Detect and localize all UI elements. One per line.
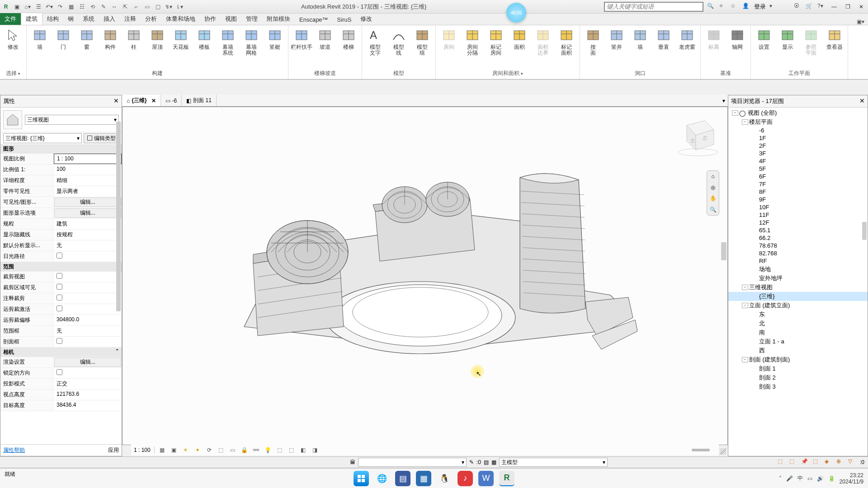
prop-edit-button[interactable]: 编辑... — [54, 357, 121, 367]
tray-clock[interactable]: 23:22 2024/11/9 — [840, 472, 863, 485]
nav-zoom-icon[interactable]: 🔍 — [710, 206, 717, 213]
prop-value[interactable]: 精细 — [54, 175, 122, 186]
ribbon-btn-curtain[interactable]: 幕墙系统 — [217, 26, 239, 69]
ribbon-tab-0[interactable]: 文件 — [0, 13, 21, 25]
qat-grid-icon[interactable]: ▦ — [67, 3, 75, 11]
select-link-icon[interactable]: ⬚ — [778, 458, 786, 466]
properties-close-icon[interactable]: ✕ — [113, 97, 119, 105]
help-icon[interactable]: ?▾ — [817, 3, 826, 11]
prop-value[interactable]: 无 — [54, 240, 122, 251]
ribbon-btn-ramp[interactable]: 坡道 — [314, 26, 336, 69]
prop-checkbox[interactable] — [57, 253, 62, 258]
view-tab-close-icon[interactable]: ✕ — [151, 98, 156, 104]
tree-row[interactable]: −◯视图 (全部) — [728, 108, 868, 117]
task-app2-icon[interactable]: ▦ — [416, 471, 431, 486]
nav-home-icon[interactable]: ⌂ — [711, 173, 714, 179]
app-icon[interactable]: R — [2, 3, 10, 11]
detail-level-icon[interactable]: ▦ — [158, 446, 166, 454]
ribbon-btn-grid[interactable]: 幕墙网格 — [240, 26, 263, 69]
tree-row[interactable]: 东 — [728, 310, 868, 319]
tree-row[interactable]: −三维视图 — [728, 283, 868, 292]
scale-label[interactable]: 1 : 100 — [134, 447, 151, 453]
comm-icon[interactable]: ✧ — [719, 3, 727, 11]
prop-section-header[interactable]: 相机⌃ — [0, 347, 122, 357]
sun-path-icon[interactable]: ☀ — [182, 446, 190, 454]
analytical-icon[interactable]: ⬚ — [288, 446, 296, 454]
qat-win-icon[interactable]: ▭ — [143, 3, 151, 11]
tree-row[interactable]: 立面 1 - a — [728, 337, 868, 346]
prop-value[interactable]: 121763.6 — [54, 389, 122, 400]
workset-icon[interactable]: 🏛 — [350, 459, 355, 465]
nav-bar[interactable]: ⌂ ◎ ✋ 🔍 — [707, 170, 719, 216]
tree-row[interactable]: 78.678 — [728, 242, 868, 249]
tree-row[interactable]: 8F — [728, 188, 868, 196]
prop-checkbox[interactable] — [57, 273, 62, 279]
opt-icon-2[interactable]: ▦ — [491, 459, 496, 465]
tree-row[interactable]: 11F — [728, 211, 868, 219]
ribbon-tab-1[interactable]: 建筑 — [21, 13, 42, 25]
ribbon-btn-area[interactable]: 面积 — [508, 26, 531, 69]
prop-section-header[interactable]: 图形⌃ — [0, 144, 122, 154]
ribbon-tab-10[interactable]: 视图 — [221, 13, 241, 25]
highlight-icon[interactable]: ◧ — [299, 446, 307, 454]
prop-value[interactable]: 1 : 100 — [54, 154, 122, 164]
ribbon-btn-roomtag[interactable]: 标记房间 — [485, 26, 507, 69]
task-qq-icon[interactable]: 🐧 — [437, 471, 452, 486]
tray-ime-label[interactable]: 中 — [797, 474, 803, 482]
properties-help-link[interactable]: 属性帮助 — [3, 446, 25, 454]
prop-value[interactable]: 按规程 — [54, 230, 122, 240]
ribbon-expand-icon[interactable]: ▣▾ — [857, 19, 864, 25]
ribbon-tab-5[interactable]: 插入 — [99, 13, 120, 25]
ribbon-btn-column[interactable]: 柱 — [123, 26, 145, 69]
prop-value[interactable] — [54, 282, 122, 293]
ribbon-btn-mullion[interactable]: 竖梃 — [264, 26, 286, 69]
ribbon-btn-line[interactable]: 模型线 — [387, 26, 410, 69]
tree-row[interactable]: 剖面 2 — [728, 373, 868, 382]
ribbon-btn-ceiling[interactable]: 天花板 — [170, 26, 192, 69]
tree-row[interactable]: 10F — [728, 203, 868, 211]
lock-icon[interactable]: 🔒 — [241, 446, 249, 454]
crop-icon[interactable]: ⬚ — [217, 446, 225, 454]
tray-battery-icon[interactable]: 🔋 — [828, 475, 835, 482]
ribbon-tab-2[interactable]: 结构 — [42, 13, 63, 25]
ribbon-btn-shaft[interactable]: 竖井 — [605, 26, 628, 69]
ribbon-btn-roomsep[interactable]: 房间分隔 — [461, 26, 484, 69]
task-app1-icon[interactable]: ▤ — [395, 471, 410, 486]
select-face-icon[interactable]: ◈ — [825, 458, 833, 466]
ribbon-btn-dormer[interactable]: 老虎窗 — [676, 26, 698, 69]
tree-row[interactable]: 5F — [728, 165, 868, 173]
ribbon-btn-byface[interactable]: 按面 — [582, 26, 604, 69]
ribbon-btn-component[interactable]: 构件 — [99, 26, 122, 69]
view-tabs-expand-icon[interactable]: ▾ — [722, 98, 725, 104]
close-button[interactable]: ✕ — [856, 3, 866, 11]
ribbon-tab-12[interactable]: 附加模块 — [262, 13, 295, 25]
viewport-scrollbar[interactable] — [721, 242, 726, 260]
opt-icon-1[interactable]: ▤ — [484, 459, 489, 465]
qat-list-icon[interactable]: ☰ — [34, 3, 42, 11]
tree-row[interactable]: 12F — [728, 219, 868, 226]
tree-row[interactable]: 66.2 — [728, 234, 868, 242]
prop-checkbox[interactable] — [57, 284, 62, 290]
browser-close-icon[interactable]: ✕ — [859, 97, 865, 105]
model-dropdown[interactable]: 主模型▾ — [499, 458, 608, 467]
nav-hand-icon[interactable]: ✋ — [710, 195, 717, 202]
view-cube[interactable]: 左 左 — [669, 116, 718, 157]
tree-row[interactable]: 7F — [728, 180, 868, 188]
prop-value[interactable] — [54, 368, 122, 378]
qat-section-icon[interactable]: ⌐ — [132, 3, 140, 11]
restore-button[interactable]: ❐ — [843, 3, 853, 11]
tree-row[interactable]: -6 — [728, 127, 868, 134]
visual-style-icon[interactable]: ▣ — [170, 446, 178, 454]
task-edge-icon[interactable]: 🌐 — [374, 471, 390, 486]
tree-toggle-icon[interactable]: − — [742, 119, 748, 125]
ribbon-tab-8[interactable]: 体量和场地 — [161, 13, 200, 25]
prop-value[interactable]: 显示两者 — [54, 186, 122, 197]
tree-row[interactable]: 剖面 3 — [728, 382, 868, 391]
qat-dim-icon[interactable]: ↔ — [110, 3, 118, 11]
qat-home-icon[interactable]: ⌂▾ — [24, 3, 32, 11]
login-link[interactable]: 登录 — [754, 3, 766, 11]
prop-value[interactable]: 38436.4 — [54, 400, 122, 411]
ribbon-btn-areat[interactable]: 标记面积 — [555, 26, 578, 69]
qat-measure-icon[interactable]: ✎ — [99, 3, 108, 11]
ribbon-btn-floor[interactable]: 楼板 — [193, 26, 216, 69]
